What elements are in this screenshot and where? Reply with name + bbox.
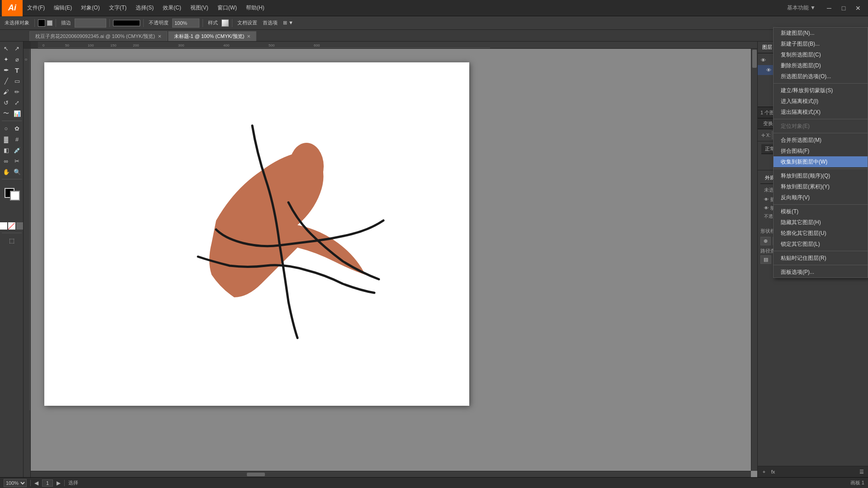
line-tool[interactable]: ╱ (1, 76, 11, 86)
column-graph-tool[interactable]: ▓ (1, 134, 11, 144)
eyedropper-tool[interactable]: 💉 (12, 145, 22, 155)
ellipse-tool[interactable]: ○ (1, 123, 11, 133)
opacity-input[interactable] (172, 19, 199, 28)
svg-text:200: 200 (133, 43, 139, 47)
ctx-panel-options[interactable]: 面板选项(P)... (774, 267, 868, 277)
scale-tool[interactable]: ⤢ (12, 98, 22, 108)
ruler-corner (24, 42, 31, 49)
ctx-new-layer[interactable]: 新建图层(N)... (774, 28, 868, 38)
page-input[interactable] (42, 479, 53, 487)
close-button[interactable]: ✕ (852, 3, 864, 13)
tool-row-10: ◧ 💉 (1, 145, 22, 155)
ctx-exit-isolation[interactable]: 退出隔离模式(X) (774, 107, 868, 117)
pf-divide-btn[interactable]: ▤ (760, 255, 771, 264)
panel-bottom-menu-btn[interactable]: ☰ (858, 468, 865, 475)
maximize-button[interactable]: □ (837, 3, 850, 13)
ctx-layer-options[interactable]: 所选图层的选项(O)... (774, 71, 868, 82)
ctx-release-build[interactable]: 释放到图层(累积)(Y) (774, 181, 868, 192)
stroke-eye-icon[interactable]: 👁 (764, 197, 769, 202)
fill-eye-icon[interactable]: 👁 (764, 206, 769, 211)
ctx-reverse[interactable]: 反向顺序(V) (774, 192, 868, 203)
ctx-lock-others[interactable]: 锁定其它图层(L) (774, 239, 868, 249)
tab-file1-close[interactable]: ✕ (158, 34, 161, 39)
direct-select-tool[interactable]: ↗ (12, 43, 22, 53)
nav-prev-btn[interactable]: ◀ (34, 480, 38, 486)
title-bar: Ai 文件(F) 编辑(E) 对象(O) 文字(T) 选择(S) 效果(C) 视… (0, 0, 868, 16)
select-tool[interactable]: ↖ (1, 43, 11, 53)
arrange-icon[interactable]: ⊞ ▼ (281, 18, 295, 28)
background-swatch[interactable] (10, 191, 20, 201)
tab-file2-close[interactable]: ✕ (247, 34, 250, 39)
scissors-tool[interactable]: ✂ (12, 156, 22, 166)
ctx-new-sublayer[interactable]: 新建子图层(B)... (774, 38, 868, 49)
style-swatch[interactable] (222, 19, 229, 27)
stroke-color-swatch[interactable] (47, 20, 52, 26)
layer-eye-group[interactable]: 👁 (765, 66, 772, 74)
shape-unite-btn[interactable]: ⊕ (760, 237, 771, 245)
mesh-tool[interactable]: # (12, 134, 22, 144)
ctx-hide-others[interactable]: 隐藏其它图层(H) (774, 217, 868, 228)
menu-file[interactable]: 文件(F) (23, 0, 49, 16)
warp-tool[interactable]: 〜 (1, 108, 11, 118)
paint-brush-tool[interactable]: 🖌 (1, 87, 11, 97)
menu-help[interactable]: 帮助(H) (241, 0, 269, 16)
ctx-template[interactable]: 模板(T) (774, 206, 868, 217)
stroke-mini-swatch[interactable] (0, 222, 7, 230)
pen-tool[interactable]: ✒ (1, 65, 11, 75)
menu-edit[interactable]: 编辑(E) (49, 0, 76, 16)
add-new-fill-btn[interactable]: + (760, 468, 768, 475)
layer-eye-1[interactable]: 👁 (760, 56, 767, 64)
gradient-tool[interactable]: ◧ (1, 145, 11, 155)
magic-wand-tool[interactable]: ✦ (1, 54, 11, 64)
hand-tool[interactable]: ✋ (1, 167, 11, 177)
ctx-duplicate-layer[interactable]: 复制所选图层(C) (774, 49, 868, 60)
toolbar-sep4 (143, 19, 144, 27)
menu-effect[interactable]: 效果(C) (158, 0, 186, 16)
fill-mini-swatch[interactable] (16, 222, 24, 230)
ctx-delete-layer[interactable]: 删除所选图层(D) (774, 60, 868, 71)
tab-file2[interactable]: 未标题-1 @ 100% (CMYK/预览) ✕ (168, 31, 256, 41)
lasso-tool[interactable]: ⌀ (12, 54, 22, 64)
vertical-scrollbar[interactable] (751, 49, 757, 471)
ctx-merge[interactable]: 合并所选图层(M) (774, 135, 868, 145)
ctx-outline-others[interactable]: 轮廓化其它图层(U) (774, 228, 868, 239)
blend-tool[interactable]: ∞ (1, 156, 11, 166)
menu-select[interactable]: 选择(S) (131, 0, 158, 16)
preferences-btn[interactable]: 首选项 (261, 18, 279, 28)
pencil-tool[interactable]: ✏ (12, 87, 22, 97)
hscroll-thumb[interactable] (247, 473, 265, 476)
canvas-area[interactable] (31, 49, 757, 477)
menu-view[interactable]: 视图(V) (186, 0, 213, 16)
ctx-release-seq[interactable]: 释放到图层(顺序)(Q) (774, 170, 868, 181)
tab-file1[interactable]: 枕豆子房花20200609092345.ai @ 100% (CMYK/预览) … (29, 31, 167, 41)
ctx-collect-new-layer[interactable]: 收集到新图层中(W) (774, 156, 868, 167)
zoom-tool[interactable]: 🔍 (12, 167, 22, 177)
vscroll-thumb[interactable] (752, 50, 757, 68)
ctx-locate[interactable]: 定位对象(E) (774, 121, 868, 131)
minimize-button[interactable]: ─ (823, 3, 835, 13)
rotate-tool[interactable]: ↺ (1, 98, 11, 108)
stroke-input[interactable] (75, 19, 106, 28)
artboard-btn[interactable]: ⬚ (2, 235, 22, 245)
menu-text[interactable]: 文字(T) (104, 0, 131, 16)
stroke-style-preview[interactable] (113, 20, 140, 26)
fill-color-swatch[interactable] (38, 19, 45, 27)
menu-window[interactable]: 窗口(W) (213, 0, 241, 16)
none-mini-swatch[interactable] (8, 222, 15, 230)
nav-next-btn[interactable]: ▶ (57, 480, 61, 486)
zoom-select[interactable]: 100% 50% 200% (4, 479, 27, 487)
ctx-make-clip[interactable]: 建立/释放剪切蒙版(S) (774, 85, 868, 96)
ctx-enter-isolation[interactable]: 进入隔离模式(I) (774, 96, 868, 107)
horizontal-scrollbar[interactable] (31, 471, 751, 477)
text-tool[interactable]: T (12, 65, 22, 75)
ctx-flatten[interactable]: 拼合图稿(F) (774, 145, 868, 156)
ruler-top: 0 50 100 150 200 300 400 500 600 (38, 42, 757, 49)
workspace-label[interactable]: 基本功能 ▼ (787, 4, 816, 12)
add-effect-btn[interactable]: fx (769, 468, 777, 475)
ctx-paste-remember[interactable]: 粘贴时记住图层(R) (774, 253, 868, 263)
graph-tool[interactable]: 📊 (12, 108, 22, 118)
document-settings-btn[interactable]: 文档设置 (236, 18, 259, 28)
symbol-tool[interactable]: ✿ (12, 123, 22, 133)
menu-object[interactable]: 对象(O) (76, 0, 104, 16)
rect-tool[interactable]: ▭ (12, 76, 22, 86)
